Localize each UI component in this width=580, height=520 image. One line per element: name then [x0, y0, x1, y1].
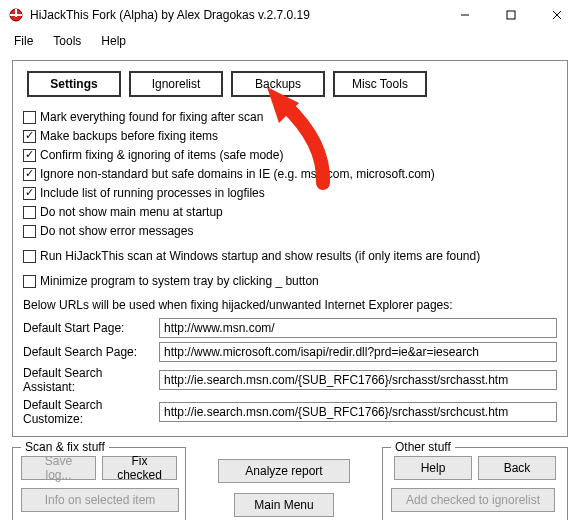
checkbox-icon[interactable] [23, 130, 36, 143]
checkbox-icon[interactable] [23, 111, 36, 124]
check-make-backups[interactable]: Make backups before fixing items [23, 128, 557, 145]
label-default-custom: Default Search Customize: [23, 398, 153, 426]
tab-row: Settings Ignorelist Backups Misc Tools [27, 71, 557, 97]
main-menu-button[interactable]: Main Menu [234, 493, 334, 517]
check-run-at-startup[interactable]: Run HiJackThis scan at Windows startup a… [23, 248, 557, 265]
checkbox-icon[interactable] [23, 250, 36, 263]
input-default-search[interactable] [159, 342, 557, 362]
close-button[interactable] [534, 0, 580, 30]
tab-ignorelist[interactable]: Ignorelist [129, 71, 223, 97]
url-note: Below URLs will be used when fixing hija… [23, 298, 557, 312]
check-confirm-fix[interactable]: Confirm fixing & ignoring of items (safe… [23, 147, 557, 164]
title-bar: HiJackThis Fork (Alpha) by Alex Dragokas… [0, 0, 580, 30]
check-include-procs[interactable]: Include list of running processes in log… [23, 185, 557, 202]
menu-tools[interactable]: Tools [45, 32, 89, 50]
content-area: Settings Ignorelist Backups Misc Tools M… [0, 54, 580, 520]
group-middle: Analyze report Main Menu [194, 447, 374, 520]
check-label: Confirm fixing & ignoring of items (safe… [40, 147, 283, 164]
back-button[interactable]: Back [478, 456, 556, 480]
legend-other: Other stuff [391, 440, 455, 454]
check-label: Include list of running processes in log… [40, 185, 265, 202]
menu-bar: File Tools Help [0, 30, 580, 54]
check-no-main-menu[interactable]: Do not show main menu at startup [23, 204, 557, 221]
check-label: Do not show main menu at startup [40, 204, 223, 221]
menu-file[interactable]: File [6, 32, 41, 50]
add-ignore-button[interactable]: Add checked to ignorelist [391, 488, 555, 512]
checkbox-icon[interactable] [23, 168, 36, 181]
check-no-err[interactable]: Do not show error messages [23, 223, 557, 240]
check-mark-everything[interactable]: Mark everything found for fixing after s… [23, 109, 557, 126]
input-default-assist[interactable] [159, 370, 557, 390]
check-label: Mark everything found for fixing after s… [40, 109, 263, 126]
input-default-start[interactable] [159, 318, 557, 338]
fix-checked-button[interactable]: Fix checked [102, 456, 177, 480]
maximize-button[interactable] [488, 0, 534, 30]
info-selected-button[interactable]: Info on selected item [21, 488, 179, 512]
check-label: Make backups before fixing items [40, 128, 218, 145]
checkbox-icon[interactable] [23, 225, 36, 238]
tab-backups[interactable]: Backups [231, 71, 325, 97]
window-title: HiJackThis Fork (Alpha) by Alex Dragokas… [30, 8, 442, 22]
check-ignore-nonstd[interactable]: Ignore non-standard but safe domains in … [23, 166, 557, 183]
label-default-start: Default Start Page: [23, 321, 153, 335]
minimize-button[interactable] [442, 0, 488, 30]
group-scan-fix: Scan & fix stuff Save log... Fix checked… [12, 447, 186, 520]
tab-settings[interactable]: Settings [27, 71, 121, 97]
url-grid: Default Start Page: Default Search Page:… [23, 318, 557, 426]
group-other: Other stuff Help Back Add checked to ign… [382, 447, 568, 520]
check-label: Ignore non-standard but safe domains in … [40, 166, 435, 183]
checkbox-icon[interactable] [23, 187, 36, 200]
window-controls [442, 0, 580, 30]
help-button[interactable]: Help [394, 456, 472, 480]
label-default-assist: Default Search Assistant: [23, 366, 153, 394]
check-label: Do not show error messages [40, 223, 193, 240]
menu-help[interactable]: Help [93, 32, 134, 50]
analyze-report-button[interactable]: Analyze report [218, 459, 350, 483]
save-log-button[interactable]: Save log... [21, 456, 96, 480]
input-default-custom[interactable] [159, 402, 557, 422]
checkbox-icon[interactable] [23, 275, 36, 288]
tab-misc-tools[interactable]: Misc Tools [333, 71, 427, 97]
checkbox-icon[interactable] [23, 149, 36, 162]
checkbox-icon[interactable] [23, 206, 36, 219]
app-icon [8, 7, 24, 23]
check-minimize-tray[interactable]: Minimize program to system tray by click… [23, 273, 557, 290]
legend-scan-fix: Scan & fix stuff [21, 440, 109, 454]
svg-rect-4 [507, 11, 515, 19]
check-label: Minimize program to system tray by click… [40, 273, 319, 290]
label-default-search: Default Search Page: [23, 345, 153, 359]
settings-checks: Mark everything found for fixing after s… [23, 109, 557, 290]
check-label: Run HiJackThis scan at Windows startup a… [40, 248, 480, 265]
main-panel: Settings Ignorelist Backups Misc Tools M… [12, 60, 568, 437]
bottom-row: Scan & fix stuff Save log... Fix checked… [12, 447, 568, 520]
svg-rect-2 [10, 14, 22, 16]
